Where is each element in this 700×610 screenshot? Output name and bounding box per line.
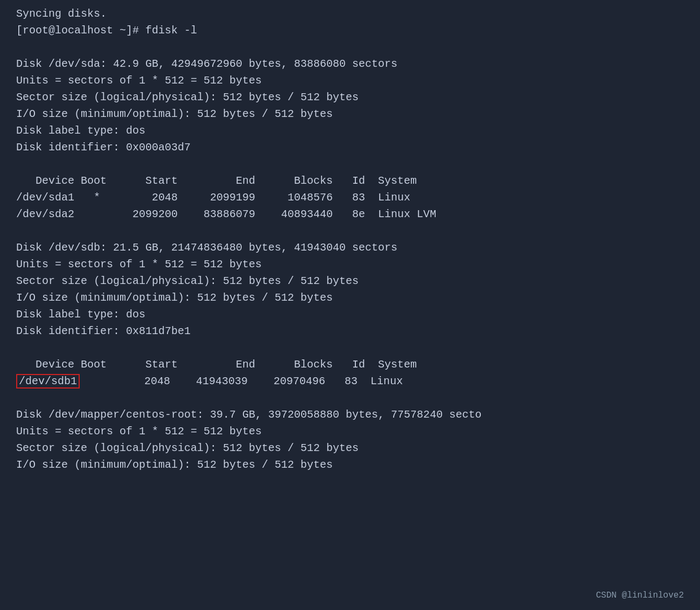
sda-label-line: Disk label type: dos: [16, 122, 684, 139]
sda1-table-row: /dev/sda1 * 2048 2099199 1048576 83 Linu…: [16, 189, 684, 206]
terminal-window: Syncing disks. [root@localhost ~]# fdisk…: [0, 0, 700, 610]
watermark: CSDN @linlinlove2: [596, 589, 684, 602]
sdb-table-header: Device Boot Start End Blocks Id System: [16, 356, 684, 373]
sdb1-device-highlight: /dev/sdb1: [16, 374, 80, 389]
sdb-disk-line: Disk /dev/sdb: 21.5 GB, 21474836480 byte…: [16, 239, 684, 256]
sdb-label-line: Disk label type: dos: [16, 306, 684, 323]
blank-2: [16, 156, 684, 172]
sdb1-row-rest: 2048 41943039 20970496 83 Linux: [80, 375, 403, 387]
sdb-io-line: I/O size (minimum/optimal): 512 bytes / …: [16, 289, 684, 306]
sdb-id-line: Disk identifier: 0x811d7be1: [16, 323, 684, 339]
sda-id-line: Disk identifier: 0x000a03d7: [16, 139, 684, 156]
prompt-line: [root@localhost ~]# fdisk -l: [16, 22, 684, 39]
blank-3: [16, 223, 684, 239]
sda-units-line: Units = sectors of 1 * 512 = 512 bytes: [16, 72, 684, 89]
sda-table-header: Device Boot Start End Blocks Id System: [16, 172, 684, 189]
sda-disk-line: Disk /dev/sda: 42.9 GB, 42949672960 byte…: [16, 56, 684, 72]
sdb-units-line: Units = sectors of 1 * 512 = 512 bytes: [16, 256, 684, 273]
sdb1-table-row: /dev/sdb1 2048 41943039 20970496 83 Linu…: [16, 373, 684, 390]
syncing-line: Syncing disks.: [16, 5, 684, 22]
mapper-units-line: Units = sectors of 1 * 512 = 512 bytes: [16, 423, 684, 440]
blank-1: [16, 39, 684, 56]
blank-5: [16, 390, 684, 406]
sda2-table-row: /dev/sda2 2099200 83886079 40893440 8e L…: [16, 206, 684, 223]
sda-io-line: I/O size (minimum/optimal): 512 bytes / …: [16, 106, 684, 122]
blank-4: [16, 339, 684, 356]
sdb-sector-line: Sector size (logical/physical): 512 byte…: [16, 273, 684, 289]
mapper-disk-line: Disk /dev/mapper/centos-root: 39.7 GB, 3…: [16, 406, 684, 423]
sda-sector-line: Sector size (logical/physical): 512 byte…: [16, 89, 684, 106]
mapper-io-line: I/O size (minimum/optimal): 512 bytes / …: [16, 456, 684, 473]
mapper-sector-line: Sector size (logical/physical): 512 byte…: [16, 440, 684, 456]
